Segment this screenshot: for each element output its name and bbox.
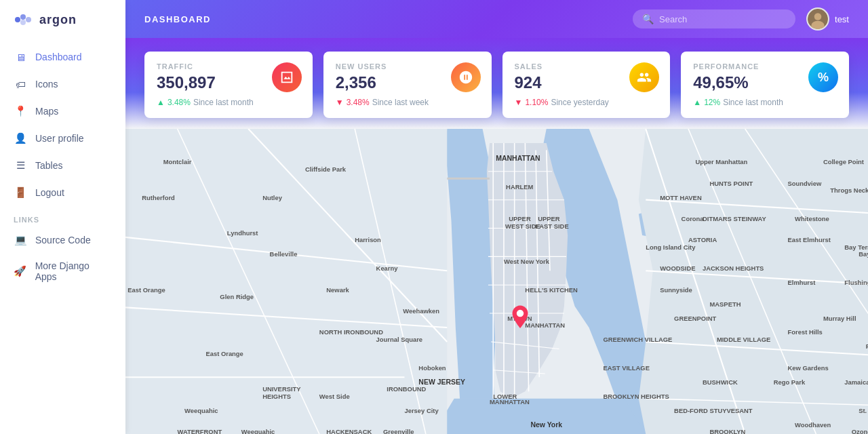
new-users-icon <box>451 62 481 92</box>
stat-card-new-users: NEW USERS 2,356 ▼ 3.48% Since last week <box>323 52 492 118</box>
svg-text:New York: New York <box>530 421 562 429</box>
more-django-icon: 🚀 <box>14 264 27 278</box>
svg-text:Jamaica: Jamaica <box>844 378 868 386</box>
percent-symbol: % <box>818 71 829 85</box>
svg-text:NEW JERSEY: NEW JERSEY <box>418 378 465 386</box>
dashboard-icon: 🖥 <box>14 50 27 64</box>
svg-text:Corona: Corona <box>682 215 705 222</box>
svg-text:DITMARS STEINWAY: DITMARS STEINWAY <box>703 215 766 222</box>
svg-text:EAST SIDE: EAST SIDE <box>535 222 569 230</box>
sales-change-value: 1.10% <box>525 98 548 107</box>
search-box[interactable]: 🔍 <box>633 9 795 28</box>
svg-text:WATERFRONT: WATERFRONT <box>178 428 222 434</box>
svg-text:Greenville: Greenville <box>383 428 414 434</box>
svg-text:Glen Ridge: Glen Ridge <box>220 293 254 300</box>
svg-text:HEIGHTS: HEIGHTS <box>262 393 291 400</box>
svg-text:Elmhurst: Elmhurst <box>788 279 816 286</box>
svg-text:Weehawken: Weehawken <box>403 307 439 315</box>
svg-text:HELL'S KITCHEN: HELL'S KITCHEN <box>525 286 578 294</box>
svg-text:BROOKLYN HEIGHTS: BROOKLYN HEIGHTS <box>603 393 669 400</box>
svg-text:Upper Manhattan: Upper Manhattan <box>696 158 748 165</box>
links-section-label: LINKS <box>0 206 125 226</box>
svg-text:Weequahic: Weequahic <box>241 428 275 434</box>
performance-change: ▲ 12% Since last month <box>693 98 837 107</box>
sidebar-item-user-profile[interactable]: 👤 User profile <box>0 125 125 152</box>
traffic-change: ▲ 3.48% Since last month <box>157 98 300 107</box>
svg-text:Whitestone: Whitestone <box>795 215 829 222</box>
svg-text:EAST VILLAGE: EAST VILLAGE <box>603 364 649 372</box>
svg-text:Soundview: Soundview <box>788 180 822 187</box>
traffic-since: Since last month <box>193 98 254 107</box>
svg-text:East Orange: East Orange <box>205 350 243 357</box>
svg-text:MANHATTAN: MANHATTAN <box>496 155 540 162</box>
user-area[interactable]: test <box>806 7 849 31</box>
header-right: 🔍 test <box>633 7 849 31</box>
performance-arrow: ▲ <box>693 98 701 107</box>
svg-text:Rego Park: Rego Park <box>774 378 806 386</box>
sales-arrow: ▼ <box>515 98 523 107</box>
svg-text:Flushing: Flushing <box>844 279 868 286</box>
stat-card-traffic: TRAFFIC 350,897 ▲ 3.48% Since last month <box>144 52 313 118</box>
header: DASHBOARD 🔍 test <box>125 0 868 38</box>
svg-point-3 <box>20 20 26 25</box>
svg-text:Journal Square: Journal Square <box>376 336 422 343</box>
svg-text:East Elmhurst: East Elmhurst <box>788 236 831 243</box>
sales-icon <box>629 62 659 92</box>
svg-text:Forest Hills: Forest Hills <box>788 328 823 336</box>
sidebar-item-dashboard[interactable]: 🖥 Dashboard <box>0 43 125 71</box>
icons-icon: 🏷 <box>14 77 27 91</box>
map-area[interactable]: MANHATTAN Newark East Orange Belleville … <box>125 129 868 434</box>
svg-text:HACKENSACK: HACKENSACK <box>326 428 372 434</box>
svg-text:Montclair: Montclair <box>163 158 192 165</box>
svg-text:ASTORIA: ASTORIA <box>688 236 717 243</box>
svg-text:Long Island City: Long Island City <box>646 243 696 251</box>
svg-text:Nutley: Nutley <box>262 194 283 201</box>
new-users-since: Since last week <box>372 98 429 107</box>
svg-text:St. Albans: St. Albans <box>859 407 868 414</box>
map-svg: MANHATTAN Newark East Orange Belleville … <box>125 129 868 434</box>
svg-text:Kearny: Kearny <box>376 264 399 272</box>
sidebar-item-tables[interactable]: ☰ Tables <box>0 152 125 179</box>
svg-text:BUSHWICK: BUSHWICK <box>703 378 738 386</box>
svg-text:West Side: West Side <box>319 393 350 400</box>
performance-since: Since last month <box>723 98 783 107</box>
svg-point-6 <box>811 21 824 31</box>
logo-icon <box>14 12 34 27</box>
svg-text:NORTH IRONBOUND: NORTH IRONBOUND <box>319 328 383 336</box>
svg-text:HUNTS POINT: HUNTS POINT <box>709 180 753 187</box>
svg-text:Harrison: Harrison <box>355 236 381 243</box>
sidebar-item-maps[interactable]: 📍 Maps <box>0 98 125 125</box>
stat-card-performance: PERFORMANCE 49,65% ▲ 12% Since last mont… <box>681 52 849 118</box>
avatar <box>806 7 829 31</box>
tables-icon: ☰ <box>14 159 27 172</box>
sidebar-item-icons[interactable]: 🏷 Icons <box>0 71 125 98</box>
performance-change-value: 12% <box>704 98 720 107</box>
user-profile-icon: 👤 <box>14 132 27 145</box>
svg-text:Jersey City: Jersey City <box>404 407 439 414</box>
sidebar-item-dashboard-label: Dashboard <box>35 52 82 62</box>
svg-text:GREENPOINT: GREENPOINT <box>674 315 716 322</box>
search-input[interactable] <box>659 14 786 24</box>
svg-text:BROOKLYN: BROOKLYN <box>709 428 745 434</box>
stat-card-sales: SALES 924 ▼ 1.10% Since yesterday <box>502 52 671 118</box>
svg-text:Bayside: Bayside <box>859 250 868 258</box>
sidebar-item-more-django[interactable]: 🚀 More Django Apps <box>0 254 125 289</box>
sidebar-item-logout-label: Logout <box>35 187 64 198</box>
svg-text:Sunnyside: Sunnyside <box>660 286 692 294</box>
svg-text:Bay Terrace: Bay Terrace <box>844 243 868 251</box>
performance-icon: % <box>808 62 838 92</box>
sales-change: ▼ 1.10% Since yesterday <box>515 98 658 107</box>
svg-text:East Orange: East Orange <box>127 286 165 294</box>
sidebar: argon 🖥 Dashboard 🏷 Icons 📍 Maps 👤 User … <box>0 0 125 434</box>
sidebar-item-logout[interactable]: 🚪 Logout <box>0 179 125 206</box>
svg-text:Cliffside Park: Cliffside Park <box>305 165 347 173</box>
new-users-change: ▼ 3.48% Since last week <box>336 98 479 107</box>
source-code-icon: 💻 <box>14 233 27 247</box>
svg-point-0 <box>15 17 20 22</box>
sidebar-item-source-code[interactable]: 💻 Source Code <box>0 226 125 254</box>
traffic-arrow: ▲ <box>157 98 165 107</box>
svg-text:BED-FORD STUYVESANT: BED-FORD STUYVESANT <box>674 407 753 414</box>
svg-text:MOTT HAVEN: MOTT HAVEN <box>660 194 702 201</box>
sidebar-item-maps-label: Maps <box>35 106 58 117</box>
user-name: test <box>835 14 849 24</box>
